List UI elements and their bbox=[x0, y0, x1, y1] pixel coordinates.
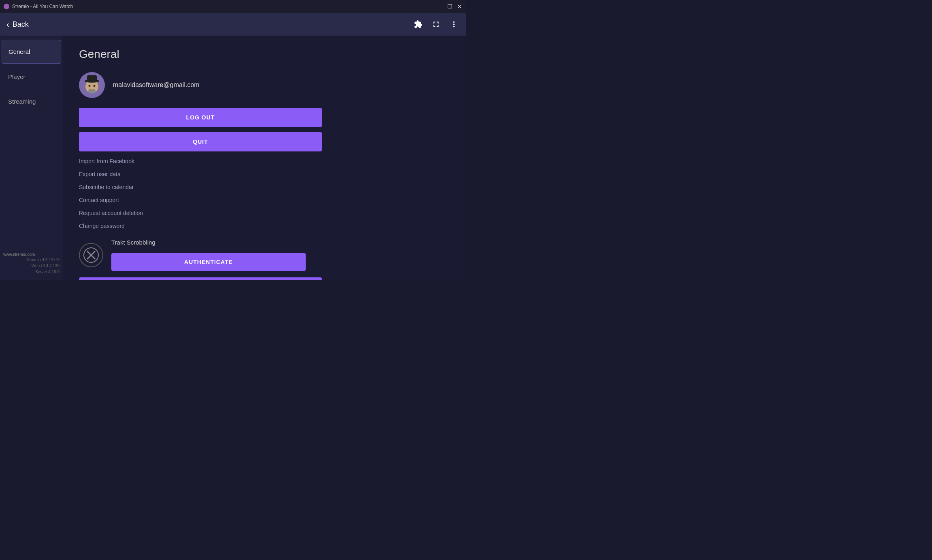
trakt-section: Trakt Scrobbling AUTHENTICATE bbox=[79, 239, 450, 271]
quit-button[interactable]: QUIT bbox=[79, 132, 322, 151]
subscribe-calendar-link[interactable]: Subscribe to calendar bbox=[79, 184, 450, 190]
sidebar-item-player[interactable]: Player bbox=[2, 65, 61, 88]
minimize-button[interactable]: — bbox=[437, 3, 443, 10]
addons-icon[interactable] bbox=[413, 19, 424, 30]
import-facebook-link[interactable]: Import from Facebook bbox=[79, 158, 450, 164]
main-layout: General Player Streaming www.stremio.com… bbox=[0, 36, 466, 280]
sidebar-footer-left: www.stremio.com bbox=[3, 252, 60, 257]
svg-point-5 bbox=[89, 85, 91, 87]
user-section: malavidasoftware@gmail.com bbox=[79, 72, 450, 98]
avatar-image bbox=[79, 72, 105, 98]
navbar-actions bbox=[413, 19, 460, 30]
more-options-icon[interactable] bbox=[448, 19, 460, 30]
svg-point-7 bbox=[88, 89, 96, 94]
close-button[interactable]: ✕ bbox=[456, 3, 463, 10]
sidebar-item-streaming-label: Streaming bbox=[8, 98, 36, 105]
sidebar-item-streaming[interactable]: Streaming bbox=[2, 90, 61, 113]
titlebar-controls: — ❐ ✕ bbox=[437, 3, 463, 10]
trakt-icon bbox=[83, 247, 99, 263]
back-label: Back bbox=[13, 20, 29, 29]
back-arrow-icon: ‹ bbox=[6, 20, 9, 29]
window-title: Stremio - All You Can Watch bbox=[12, 4, 73, 9]
trakt-info: Trakt Scrobbling AUTHENTICATE bbox=[111, 239, 306, 271]
sidebar: General Player Streaming www.stremio.com… bbox=[0, 36, 63, 280]
change-password-link[interactable]: Change password bbox=[79, 223, 450, 229]
contact-support-link[interactable]: Contact support bbox=[79, 197, 450, 203]
fullscreen-icon[interactable] bbox=[430, 19, 442, 30]
back-button[interactable]: ‹ Back bbox=[6, 20, 29, 29]
sidebar-item-player-label: Player bbox=[8, 73, 26, 80]
svg-rect-4 bbox=[87, 75, 97, 82]
link-list: Import from Facebook Export user data Su… bbox=[79, 158, 450, 229]
sidebar-item-general[interactable]: General bbox=[2, 40, 61, 64]
svg-point-0 bbox=[4, 4, 9, 9]
logout-button[interactable]: LOG OUT bbox=[79, 108, 322, 127]
website-link[interactable]: www.stremio.com bbox=[3, 252, 35, 257]
titlebar: Stremio - All You Can Watch — ❐ ✕ bbox=[0, 0, 466, 13]
trakt-label: Trakt Scrobbling bbox=[111, 239, 306, 246]
maximize-button[interactable]: ❐ bbox=[447, 3, 453, 10]
version-webui: Web UI 4.4.139 bbox=[3, 263, 60, 269]
avatar bbox=[79, 72, 105, 98]
version-app: Stremio 4.4.137 © bbox=[3, 257, 60, 263]
request-account-deletion-link[interactable]: Request account deletion bbox=[79, 210, 450, 216]
user-email: malavidasoftware@gmail.com bbox=[113, 81, 200, 89]
export-user-data-link[interactable]: Export user data bbox=[79, 171, 450, 177]
sidebar-item-general-label: General bbox=[9, 48, 30, 55]
titlebar-left: Stremio - All You Can Watch bbox=[3, 3, 73, 10]
page-title: General bbox=[79, 48, 450, 61]
navbar: ‹ Back bbox=[0, 13, 466, 36]
trakt-logo bbox=[79, 243, 103, 267]
sidebar-footer: www.stremio.com Stremio 4.4.137 © Web UI… bbox=[3, 252, 60, 275]
content-area: General bbox=[63, 36, 466, 280]
svg-point-6 bbox=[94, 85, 96, 87]
stremio-logo-icon bbox=[3, 3, 10, 10]
version-server: Server 4.16.0 bbox=[3, 269, 60, 275]
addons-button[interactable]: ADDONS bbox=[79, 277, 322, 280]
authenticate-button[interactable]: AUTHENTICATE bbox=[111, 253, 306, 271]
version-info: Stremio 4.4.137 © Web UI 4.4.139 Server … bbox=[3, 257, 60, 275]
